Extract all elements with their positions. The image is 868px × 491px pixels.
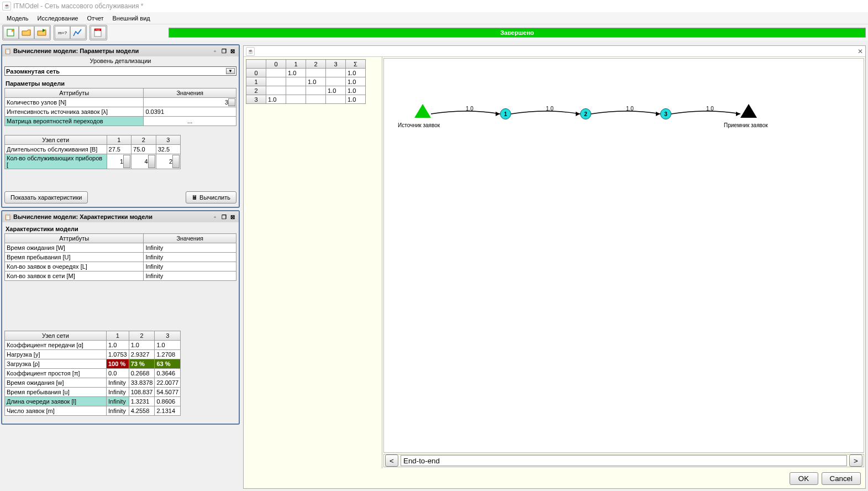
params-table: АттрибутыЗначения Количество узлов [N]3 … xyxy=(4,88,236,126)
java-icon: ☕ xyxy=(246,47,255,56)
progress-bar: Завершено xyxy=(169,28,866,38)
val-nodes[interactable]: 3 xyxy=(144,98,236,107)
chars-node-table: Узел сети123 Коэффициент передачи [α]1.0… xyxy=(4,331,181,416)
svg-marker-5 xyxy=(576,112,580,116)
node-params-table: Узел сети123 Длительность обслуживания [… xyxy=(4,135,181,169)
show-characteristics-button[interactable]: Показать характеристики xyxy=(4,191,88,203)
attr-lambda: Интенсивность источника заявок [λ] xyxy=(5,107,144,117)
dialog-titlebar[interactable]: ☕ ✕ xyxy=(244,46,865,57)
calc-icon: 📋 xyxy=(4,48,11,54)
attr-matrix[interactable]: Матрица вероятностей переходов xyxy=(5,117,144,126)
chars-summary-table: АттрибутыЗначения Время ожидания [W]Infi… xyxy=(4,233,236,281)
dialog-close-icon[interactable]: ✕ xyxy=(858,48,863,55)
load-badge-2: 73 % xyxy=(129,359,155,369)
frame-params: 📋 Вычисление модели: Параметры модели ▫ … xyxy=(1,44,240,208)
frame-chars-title: Вычисление модели: Характеристики модели xyxy=(13,213,152,220)
maximize-icon[interactable]: ❐ xyxy=(220,213,228,221)
menu-appearance[interactable]: Внешний вид xyxy=(108,14,155,23)
col-node: Узел сети xyxy=(5,135,107,145)
toolbar: m=? PDF Завершено xyxy=(0,24,868,41)
col-attributes: Аттрибуты xyxy=(5,88,144,98)
detail-level-label: Уровень детализации xyxy=(2,56,239,65)
sink-label: Приемник заявок xyxy=(724,122,768,128)
row-service-time: Длительность обслуживания [B] xyxy=(5,145,107,154)
minimize-icon[interactable]: ▫ xyxy=(211,47,219,55)
tool-open-icon[interactable] xyxy=(19,26,34,39)
nav-prev-button[interactable]: < xyxy=(385,455,398,467)
tool-new-icon[interactable] xyxy=(3,26,19,39)
tool-pdf-icon[interactable]: PDF xyxy=(91,26,106,39)
svg-marker-6 xyxy=(656,112,660,116)
window-title: ITMOdel - Сеть массового обслуживания * xyxy=(13,2,144,10)
cancel-button[interactable]: Cancel xyxy=(822,472,861,485)
source-node-icon[interactable] xyxy=(414,104,431,118)
node-2[interactable]: 2 xyxy=(580,108,591,119)
attr-nodes: Количество узлов [N] xyxy=(5,98,144,107)
network-graph[interactable]: Источник заявок 1 2 3 Приемник заявок 1.… xyxy=(383,58,864,453)
close-icon[interactable]: ⊠ xyxy=(229,213,236,221)
tool-save-icon[interactable] xyxy=(34,26,50,39)
svg-marker-4 xyxy=(496,112,500,116)
calculate-button[interactable]: 🖩 Вычислить xyxy=(186,191,236,203)
close-icon[interactable]: ⊠ xyxy=(229,47,236,55)
source-label: Источник заявок xyxy=(398,122,440,128)
java-icon: ☕ xyxy=(2,2,11,11)
frame-characteristics: 📋 Вычисление модели: Характеристики моде… xyxy=(1,210,240,425)
transition-matrix-table[interactable]: 0123Σ 01.01.0 11.01.0 21.01.0 31.01.0 xyxy=(246,59,366,104)
network-type-combo[interactable]: Разомкнутая сеть xyxy=(4,66,236,76)
params-section-label: Параметры модели xyxy=(4,79,236,88)
svg-text:PDF: PDF xyxy=(96,29,101,32)
tool-chart-icon[interactable] xyxy=(70,26,86,39)
tool-params-icon[interactable]: m=? xyxy=(55,26,70,39)
menu-research[interactable]: Исследование xyxy=(33,14,82,23)
calc-icon: 📋 xyxy=(4,214,11,220)
load-badge-1: 100 % xyxy=(107,359,129,369)
sink-node-icon[interactable] xyxy=(740,104,757,118)
maximize-icon[interactable]: ❐ xyxy=(220,47,228,55)
menu-report[interactable]: Отчет xyxy=(82,14,108,23)
val-lambda[interactable]: 0.0391 xyxy=(144,107,236,117)
node-3[interactable]: 3 xyxy=(660,108,671,119)
row-devices: Кол-во обслуживающих приборов [ xyxy=(5,154,107,169)
calculator-icon: 🖩 xyxy=(192,194,198,201)
menubar: Модель Исследование Отчет Внешний вид xyxy=(0,12,868,24)
nav-next-button[interactable]: > xyxy=(849,455,862,467)
nav-path-input[interactable] xyxy=(401,455,847,466)
chars-section-label: Характеристики модели xyxy=(4,224,236,233)
val-matrix[interactable]: ... xyxy=(144,117,236,126)
frame-params-title: Вычисление модели: Параметры модели xyxy=(13,48,139,54)
col-values: Значения xyxy=(144,88,236,98)
window-titlebar: ☕ ITMOdel - Сеть массового обслуживания … xyxy=(0,0,868,12)
node-1[interactable]: 1 xyxy=(500,108,511,119)
ok-button[interactable]: OK xyxy=(790,472,818,485)
menu-model[interactable]: Модель xyxy=(2,14,33,23)
progress-text: Завершено xyxy=(169,28,865,37)
svg-marker-7 xyxy=(736,112,740,116)
minimize-icon[interactable]: ▫ xyxy=(211,213,219,221)
load-badge-3: 63 % xyxy=(155,359,181,369)
matrix-dialog: ☕ ✕ 0123Σ 01.01.0 11.01.0 21.01.0 31.01.… xyxy=(243,45,866,489)
graph-navigator: < > xyxy=(383,454,864,467)
